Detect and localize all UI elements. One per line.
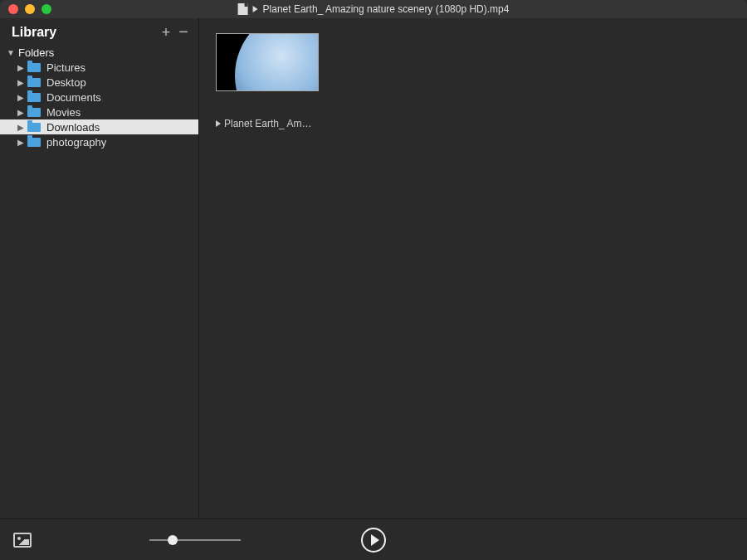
- chevron-right-icon: ▶: [17, 63, 25, 72]
- minimize-icon[interactable]: [25, 4, 35, 14]
- chevron-right-icon: ▶: [17, 78, 25, 87]
- thumbnail-image: [235, 33, 319, 91]
- play-icon: [216, 120, 221, 127]
- chevron-right-icon: ▶: [17, 123, 25, 132]
- thumbnail-item[interactable]: Planet Earth_ Amazi…: [214, 33, 320, 129]
- sidebar-item-pictures[interactable]: ▶ Pictures: [0, 60, 198, 75]
- tree-root-folders[interactable]: ▼ Folders: [0, 45, 198, 60]
- sidebar-item-label: photography: [46, 136, 106, 149]
- folder-icon: [27, 63, 41, 72]
- folder-icon: [27, 123, 41, 132]
- sidebar-item-label: Movies: [46, 106, 81, 119]
- window-title: Planet Earth_ Amazing nature scenery (10…: [263, 3, 510, 15]
- sidebar-title: Library: [12, 25, 56, 40]
- add-button[interactable]: +: [162, 25, 171, 40]
- image-mode-button[interactable]: [13, 533, 32, 548]
- window-controls: [0, 4, 51, 14]
- bottom-toolbar: [0, 519, 747, 560]
- sidebar-item-label: Documents: [46, 91, 101, 104]
- sidebar: Library + − ▼ Folders ▶ Pictures ▶: [0, 18, 199, 519]
- sidebar-item-documents[interactable]: ▶ Documents: [0, 90, 198, 105]
- sidebar-actions: + −: [162, 25, 188, 40]
- chevron-right-icon: ▶: [17, 108, 25, 117]
- slider-thumb[interactable]: [168, 535, 178, 545]
- thumbnail-label: Planet Earth_ Amazi…: [224, 118, 314, 129]
- play-button[interactable]: [361, 528, 386, 553]
- app-window: Planet Earth_ Amazing nature scenery (10…: [0, 0, 747, 560]
- video-thumbnail: [216, 33, 319, 91]
- folder-icon: [27, 108, 41, 117]
- sidebar-header: Library + −: [0, 18, 198, 45]
- chevron-right-icon: ▶: [17, 138, 25, 147]
- sidebar-item-photography[interactable]: ▶ photography: [0, 134, 198, 149]
- thumbnail-caption: Planet Earth_ Amazi…: [214, 118, 320, 129]
- sidebar-item-downloads[interactable]: ▶ Downloads: [0, 119, 198, 134]
- folder-icon: [27, 138, 41, 147]
- sidebar-item-label: Desktop: [46, 76, 86, 89]
- sidebar-item-desktop[interactable]: ▶ Desktop: [0, 75, 198, 90]
- chevron-right-icon: ▶: [17, 93, 25, 102]
- content-area: Planet Earth_ Amazi…: [199, 18, 747, 519]
- close-icon[interactable]: [8, 4, 18, 14]
- zoom-slider[interactable]: [149, 539, 241, 541]
- play-icon: [253, 6, 258, 12]
- sidebar-item-movies[interactable]: ▶ Movies: [0, 105, 198, 119]
- document-icon: [238, 3, 248, 15]
- remove-button[interactable]: −: [178, 23, 188, 40]
- title-area: Planet Earth_ Amazing nature scenery (10…: [238, 3, 510, 15]
- zoom-icon[interactable]: [42, 4, 51, 14]
- folder-icon: [27, 78, 41, 87]
- chevron-down-icon: ▼: [7, 48, 15, 57]
- folder-icon: [27, 93, 41, 102]
- body: Library + − ▼ Folders ▶ Pictures ▶: [0, 18, 747, 519]
- tree-root-label: Folders: [18, 46, 54, 59]
- slider-track: [149, 539, 241, 541]
- sidebar-item-label: Pictures: [46, 61, 85, 74]
- titlebar: Planet Earth_ Amazing nature scenery (10…: [0, 0, 747, 18]
- sidebar-item-label: Downloads: [46, 121, 100, 134]
- folder-tree: ▼ Folders ▶ Pictures ▶ Desktop ▶ Documen: [0, 45, 198, 149]
- play-icon: [371, 534, 379, 546]
